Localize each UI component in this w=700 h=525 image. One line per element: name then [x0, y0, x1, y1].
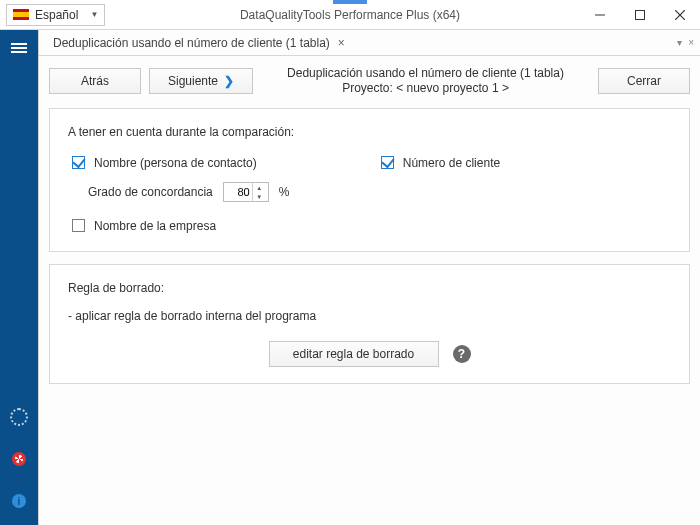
settings-button[interactable] — [5, 403, 33, 431]
wizard-nav: Atrás Siguiente ❯ Deduplicación usando e… — [49, 66, 690, 96]
lifebuoy-icon — [12, 452, 26, 466]
main-area: Deduplicación usando el número de client… — [38, 30, 700, 525]
concordance-label: Grado de concordancia — [88, 185, 213, 199]
tab-close-button[interactable]: × — [338, 36, 345, 50]
close-panel-label: Cerrar — [627, 74, 661, 88]
back-label: Atrás — [81, 74, 109, 88]
title-bar: Español ▼ DataQualityTools Performance P… — [0, 0, 700, 30]
checkbox-contact-name-label: Nombre (persona de contacto) — [94, 156, 257, 170]
concordance-input[interactable] — [224, 183, 252, 201]
edit-delete-rule-button[interactable]: editar regla de borrado — [269, 341, 439, 367]
checkbox-customer-number-label: Número de cliente — [403, 156, 500, 170]
spinner-down-button[interactable]: ▼ — [253, 192, 266, 201]
tab-label: Deduplicación usando el número de client… — [53, 36, 330, 50]
info-icon: i — [12, 494, 26, 508]
hamburger-menu-button[interactable] — [5, 34, 33, 62]
checkbox-contact-name-input[interactable] — [72, 156, 85, 169]
delete-rule-heading: Regla de borrado: — [68, 281, 671, 295]
chevron-down-icon: ▼ — [90, 10, 98, 19]
next-label: Siguiente — [168, 74, 218, 88]
sidebar: i — [0, 30, 38, 525]
content: Atrás Siguiente ❯ Deduplicación usando e… — [39, 56, 700, 525]
maximize-button[interactable] — [620, 0, 660, 30]
compare-panel-heading: A tener en cuenta durante la comparación… — [68, 125, 671, 139]
tab-strip: Deduplicación usando el número de client… — [39, 30, 700, 56]
checkbox-company-name-label: Nombre de la empresa — [94, 219, 216, 233]
checkbox-customer-number-input[interactable] — [381, 156, 394, 169]
next-button[interactable]: Siguiente ❯ — [149, 68, 253, 94]
window-controls — [580, 0, 700, 30]
hamburger-icon — [11, 41, 27, 55]
language-dropdown[interactable]: Español ▼ — [6, 4, 105, 26]
checkbox-company-name-input[interactable] — [72, 219, 85, 232]
help-lifebuoy-button[interactable] — [5, 445, 33, 473]
close-icon — [675, 10, 685, 20]
checkbox-customer-number[interactable]: Número de cliente — [377, 153, 500, 172]
checkbox-contact-name[interactable]: Nombre (persona de contacto) — [68, 153, 257, 172]
concordance-unit: % — [279, 185, 290, 199]
delete-rule-panel: Regla de borrado: - aplicar regla de bor… — [49, 264, 690, 384]
concordance-row: Grado de concordancia ▲ ▼ % — [88, 182, 671, 202]
tab-dedup-customer-number[interactable]: Deduplicación usando el número de client… — [43, 30, 355, 55]
wizard-heading: Deduplicación usando el número de client… — [261, 66, 590, 81]
language-label: Español — [35, 8, 78, 22]
close-panel-button[interactable]: Cerrar — [598, 68, 690, 94]
maximize-icon — [635, 10, 645, 20]
back-button[interactable]: Atrás — [49, 68, 141, 94]
flag-spain-icon — [13, 9, 29, 20]
tab-dropdown-button[interactable]: ▾ — [677, 37, 682, 48]
project-line: Proyecto: < nuevo proyecto 1 > — [261, 81, 590, 96]
compare-panel: A tener en cuenta durante la comparación… — [49, 108, 690, 252]
question-icon: ? — [458, 347, 465, 361]
checkbox-company-name[interactable]: Nombre de la empresa — [68, 216, 216, 235]
close-window-button[interactable] — [660, 0, 700, 30]
concordance-spinner[interactable]: ▲ ▼ — [223, 182, 269, 202]
minimize-button[interactable] — [580, 0, 620, 30]
info-button[interactable]: i — [5, 487, 33, 515]
wizard-heading-block: Deduplicación usando el número de client… — [261, 66, 590, 96]
minimize-icon — [595, 10, 605, 20]
help-button[interactable]: ? — [453, 345, 471, 363]
delete-rule-line: - aplicar regla de borrado interna del p… — [68, 309, 671, 323]
chevron-right-icon: ❯ — [224, 74, 234, 88]
titlebar-grip — [333, 0, 367, 4]
svg-rect-1 — [636, 11, 645, 20]
tab-close-all-button[interactable]: × — [688, 37, 694, 48]
edit-delete-rule-label: editar regla de borrado — [293, 347, 414, 361]
spinner-up-button[interactable]: ▲ — [253, 183, 266, 192]
